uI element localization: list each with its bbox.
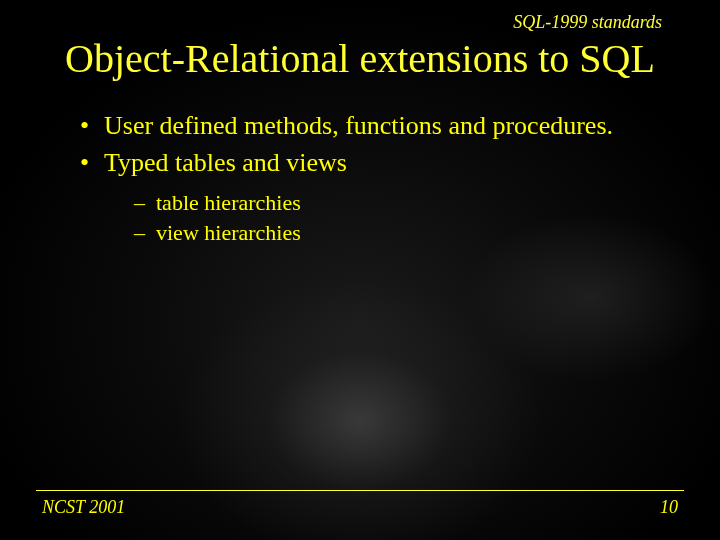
list-item: Typed tables and views table hierarchies… [80, 147, 684, 247]
sub-bullet-text: table hierarchies [156, 190, 301, 215]
bullet-text: User defined methods, functions and proc… [104, 111, 613, 140]
list-item: User defined methods, functions and proc… [80, 110, 684, 143]
footer-left: NCST 2001 [42, 497, 125, 518]
page-number: 10 [660, 497, 678, 518]
sub-list: table hierarchies view hierarchies [104, 189, 684, 246]
list-item: table hierarchies [134, 189, 684, 217]
slide: SQL-1999 standards Object-Relational ext… [0, 0, 720, 540]
bullet-text: Typed tables and views [104, 148, 347, 177]
bullet-list: User defined methods, functions and proc… [36, 110, 684, 246]
footer: NCST 2001 10 [36, 490, 684, 518]
slide-title: Object-Relational extensions to SQL [36, 35, 684, 82]
overline: SQL-1999 standards [36, 12, 684, 33]
sub-bullet-text: view hierarchies [156, 220, 301, 245]
list-item: view hierarchies [134, 219, 684, 247]
footer-row: NCST 2001 10 [36, 497, 684, 518]
footer-rule [36, 490, 684, 491]
